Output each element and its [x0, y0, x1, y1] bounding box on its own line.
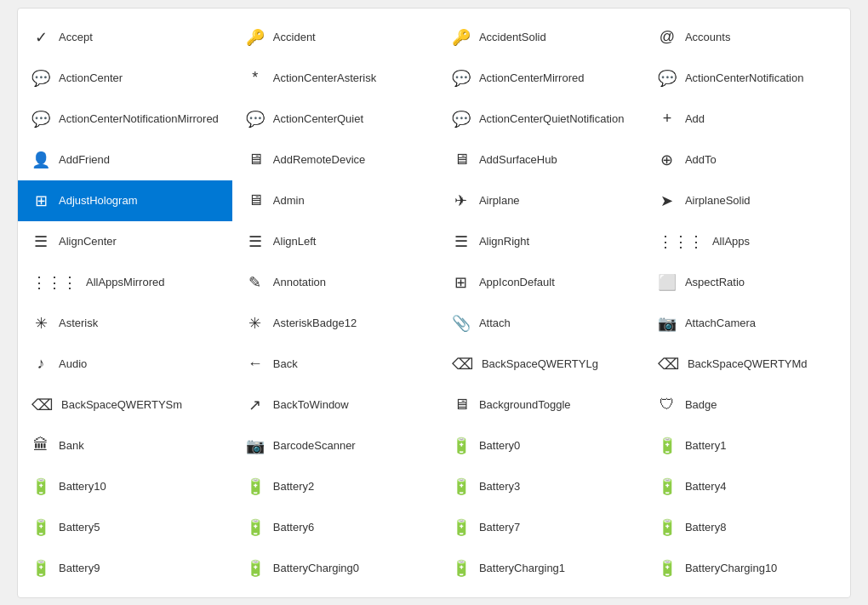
- icon-item-accounts[interactable]: @Accounts: [644, 17, 850, 58]
- actioncenterquiet-icon: 💬: [246, 110, 265, 128]
- icon-item-accidentsolid[interactable]: 🔑AccidentSolid: [438, 17, 644, 58]
- icon-item-battery7[interactable]: 🔋Battery7: [438, 507, 644, 548]
- icon-item-adjusthologram[interactable]: ⊞AdjustHologram: [18, 180, 232, 221]
- actioncenternotification-icon: 💬: [658, 69, 677, 88]
- icon-item-backtowindow[interactable]: ↗BackToWindow: [232, 385, 438, 425]
- icon-label-battery10: Battery10: [59, 480, 106, 493]
- attach-icon: 📎: [452, 314, 471, 333]
- icon-label-battery2: Battery2: [273, 480, 314, 493]
- icon-item-badge[interactable]: 🛡Badge: [644, 385, 850, 425]
- icon-item-addsurfacehub[interactable]: 🖥AddSurfaceHub: [438, 140, 644, 180]
- icon-item-addfriend[interactable]: 👤AddFriend: [18, 140, 232, 180]
- icon-item-add[interactable]: +Add: [644, 99, 850, 140]
- icon-item-aligncenter[interactable]: ☰AlignCenter: [18, 221, 232, 262]
- icon-item-bank[interactable]: 🏛Bank: [18, 425, 232, 466]
- icon-label-badge: Badge: [685, 398, 717, 411]
- icon-item-backspaceqwertymd[interactable]: ⌫BackSpaceQWERTYMd: [644, 344, 850, 385]
- icon-item-audio[interactable]: ♪Audio: [18, 344, 232, 385]
- icon-label-allappsmirrored: AllAppsMirrored: [86, 276, 164, 288]
- icon-item-accept[interactable]: ✓Accept: [18, 17, 232, 58]
- icon-label-airplane: Airplane: [479, 194, 520, 207]
- icon-item-actioncentermirrored[interactable]: 💬ActionCenterMirrored: [438, 58, 644, 99]
- icon-label-battery3: Battery3: [479, 480, 520, 493]
- asterisk-icon: ✳: [31, 314, 50, 333]
- icon-item-alignright[interactable]: ☰AlignRight: [438, 221, 644, 262]
- icon-item-attach[interactable]: 📎Attach: [438, 303, 644, 344]
- icon-item-battery3[interactable]: 🔋Battery3: [438, 466, 644, 507]
- icon-item-battery10[interactable]: 🔋Battery10: [18, 466, 232, 507]
- icon-item-attachcamera[interactable]: 📷AttachCamera: [644, 303, 850, 344]
- icon-label-accidentsolid: AccidentSolid: [479, 31, 546, 43]
- backspaceqwertymd-icon: ⌫: [658, 355, 679, 374]
- icon-item-backspaceqwertylg[interactable]: ⌫BackSpaceQWERTYLg: [438, 344, 644, 385]
- icon-item-addto[interactable]: ⊕AddTo: [644, 140, 850, 180]
- icon-item-battery6[interactable]: 🔋Battery6: [232, 507, 438, 548]
- icon-label-backspaceqwertysm: BackSpaceQWERTYSm: [61, 398, 182, 411]
- battery8-icon: 🔋: [658, 518, 677, 537]
- icon-item-battery2[interactable]: 🔋Battery2: [232, 466, 438, 507]
- icon-item-allapps[interactable]: ⋮⋮⋮AllApps: [644, 221, 850, 262]
- icon-item-battery4[interactable]: 🔋Battery4: [644, 466, 850, 507]
- icon-item-addremotedevice[interactable]: 🖥AddRemoteDevice: [232, 140, 438, 180]
- backtowindow-icon: ↗: [246, 396, 265, 414]
- icon-item-annotation[interactable]: ✎Annotation: [232, 262, 438, 303]
- icon-label-backtowindow: BackToWindow: [273, 398, 349, 411]
- icon-label-airplanesolid: AirplaneSolid: [685, 194, 751, 207]
- actioncenterquietnotification-icon: 💬: [452, 110, 471, 128]
- icon-item-appicondefault[interactable]: ⊞AppIconDefault: [438, 262, 644, 303]
- icon-item-actioncenternotificationmirrored[interactable]: 💬ActionCenterNotificationMirrored: [18, 99, 232, 140]
- icon-label-attachcamera: AttachCamera: [685, 317, 756, 329]
- icon-label-batterycharging1: BatteryCharging1: [479, 562, 565, 574]
- icon-label-actioncenterquietnotification: ActionCenterQuietNotification: [479, 112, 625, 125]
- icon-label-battery4: Battery4: [685, 480, 726, 493]
- allappsmirrored-icon: ⋮⋮⋮: [31, 273, 77, 292]
- icon-item-actioncenterquiet[interactable]: 💬ActionCenterQuiet: [232, 99, 438, 140]
- alignright-icon: ☰: [452, 232, 471, 251]
- icon-item-battery0[interactable]: 🔋Battery0: [438, 425, 644, 466]
- icon-item-actioncenter[interactable]: 💬ActionCenter: [18, 58, 232, 99]
- icon-label-actioncenternotificationmirrored: ActionCenterNotificationMirrored: [59, 112, 219, 125]
- icon-item-battery5[interactable]: 🔋Battery5: [18, 507, 232, 548]
- icon-label-actioncenterquiet: ActionCenterQuiet: [273, 112, 363, 125]
- icon-item-accident[interactable]: 🔑Accident: [232, 17, 438, 58]
- battery3-icon: 🔋: [452, 477, 471, 496]
- addsurfacehub-icon: 🖥: [452, 151, 471, 168]
- icon-label-actioncenter: ActionCenter: [59, 71, 123, 84]
- addfriend-icon: 👤: [31, 151, 50, 169]
- icon-item-admin[interactable]: 🖥Admin: [232, 180, 438, 221]
- icon-label-aspectratio: AspectRatio: [685, 276, 745, 288]
- battery9-icon: 🔋: [31, 559, 50, 578]
- icon-item-battery9[interactable]: 🔋Battery9: [18, 548, 232, 589]
- icon-item-actioncenterquietnotification[interactable]: 💬ActionCenterQuietNotification: [438, 99, 644, 140]
- icon-item-actioncenterasterisk[interactable]: *ActionCenterAsterisk: [232, 58, 438, 99]
- icon-item-battery1[interactable]: 🔋Battery1: [644, 425, 850, 466]
- icon-label-annotation: Annotation: [273, 276, 326, 288]
- icon-item-backspaceqwertysm[interactable]: ⌫BackSpaceQWERTYSm: [18, 385, 232, 425]
- icon-item-batterycharging0[interactable]: 🔋BatteryCharging0: [232, 548, 438, 589]
- icon-item-backgroundtoggle[interactable]: 🖥BackgroundToggle: [438, 385, 644, 425]
- icon-label-battery6: Battery6: [273, 521, 314, 534]
- accept-icon: ✓: [31, 28, 50, 47]
- icon-item-alignleft[interactable]: ☰AlignLeft: [232, 221, 438, 262]
- icon-item-batterycharging1[interactable]: 🔋BatteryCharging1: [438, 548, 644, 589]
- icon-item-asteriskbadge12[interactable]: ✳AsteriskBadge12: [232, 303, 438, 344]
- addto-icon: ⊕: [658, 151, 677, 169]
- icon-item-barcodescanner[interactable]: 📷BarcodeScanner: [232, 425, 438, 466]
- icon-item-battery8[interactable]: 🔋Battery8: [644, 507, 850, 548]
- icon-item-batterycharging10[interactable]: 🔋BatteryCharging10: [644, 548, 850, 589]
- aspectratio-icon: ⬜: [658, 273, 677, 292]
- icon-label-battery8: Battery8: [685, 521, 726, 534]
- battery4-icon: 🔋: [658, 477, 677, 496]
- icon-item-back[interactable]: ←Back: [232, 344, 438, 385]
- icon-item-allappsmirrored[interactable]: ⋮⋮⋮AllAppsMirrored: [18, 262, 232, 303]
- icon-item-actioncenternotification[interactable]: 💬ActionCenterNotification: [644, 58, 850, 99]
- appicondefault-icon: ⊞: [452, 273, 471, 292]
- icon-item-asterisk[interactable]: ✳Asterisk: [18, 303, 232, 344]
- alignleft-icon: ☰: [246, 232, 265, 251]
- icon-item-airplane[interactable]: ✈Airplane: [438, 180, 644, 221]
- battery0-icon: 🔋: [452, 437, 471, 455]
- icon-item-aspectratio[interactable]: ⬜AspectRatio: [644, 262, 850, 303]
- icon-label-alignright: AlignRight: [479, 235, 529, 248]
- icon-item-airplanesolid[interactable]: ➤AirplaneSolid: [644, 180, 850, 221]
- annotation-icon: ✎: [246, 273, 265, 292]
